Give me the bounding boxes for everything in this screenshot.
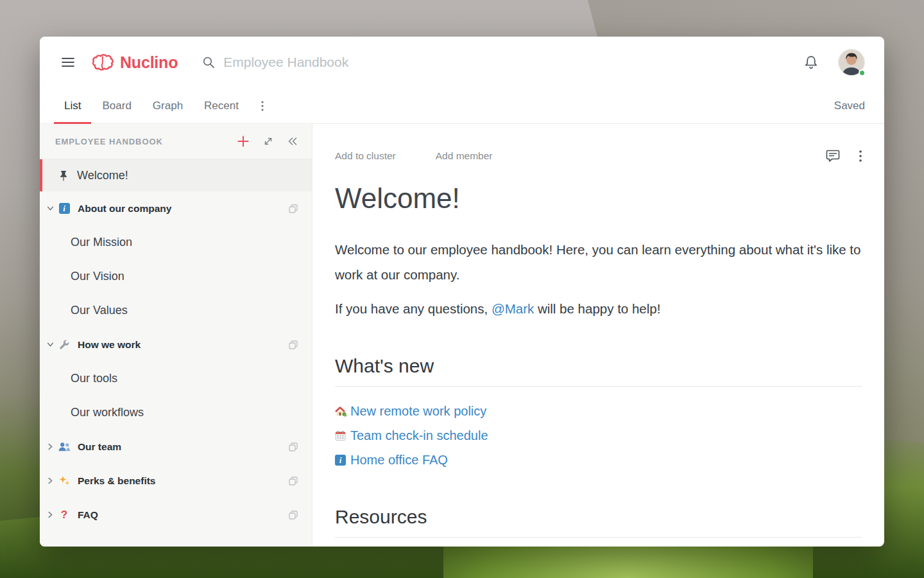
page-title: Welcome! [335,182,862,216]
page-actions [826,150,862,162]
mention-link[interactable]: @Mark [492,301,534,316]
duplicate-icon[interactable] [289,511,298,520]
calendar-icon [335,430,350,441]
tab-bar-spacer [264,88,834,123]
chevron-right-icon[interactable] [47,511,55,518]
sidebar-item-perks-benefits[interactable]: Perks & benefits [40,464,312,498]
sidebar-item-how-we-work[interactable]: How we work [40,328,312,362]
nuclino-logo[interactable]: Nuclino [91,53,178,72]
sidebar-item-our-vision[interactable]: Our Vision [40,259,312,293]
sidebar-item-label: Welcome! [77,169,128,182]
page-link-team-check-in-schedule[interactable]: Team check-in schedule [350,428,488,443]
wrench-icon [57,339,71,350]
team-icon [57,442,71,451]
content-link-row: New remote work policy [335,399,862,424]
content-link-row: iHome office FAQ [335,448,862,473]
comments-icon[interactable] [826,150,840,162]
page-link-new-remote-work-policy[interactable]: New remote work policy [350,404,486,419]
hamburger-menu-icon[interactable] [62,57,74,67]
add-member-button[interactable]: Add member [436,150,493,162]
view-tab-bar: ListBoardGraphRecent Saved [40,88,884,124]
sidebar-item-label: How we work [78,339,141,351]
chevron-down-icon[interactable] [47,341,55,348]
sidebar-item-our-workflows[interactable]: Our workflows [40,396,312,430]
tab-recent[interactable]: Recent [204,88,239,123]
house-icon [335,406,350,417]
top-bar: Nuclino [40,37,884,88]
pin-icon [56,170,71,181]
search-icon [202,56,215,69]
sidebar-item-about-our-company[interactable]: iAbout our company [40,191,312,225]
logo-wordmark: Nuclino [120,53,178,72]
paragraph-text: will be happy to help! [534,301,660,316]
tab-graph[interactable]: Graph [153,88,183,123]
chevron-right-icon[interactable] [47,477,55,484]
sidebar-item-label: Our tools [71,372,117,385]
sidebar-header: EMPLOYEE HANDBOOK [40,124,312,159]
sidebar-item-label: FAQ [78,509,98,521]
section-links: New remote work policyTeam check-in sche… [335,399,862,473]
sidebar-item-label: Our team [78,441,121,453]
sidebar-item-label: Perks & benefits [78,475,155,487]
question-icon: ? [57,509,71,520]
search-input[interactable] [223,55,493,70]
sidebar-item-label: About our company [78,203,171,215]
questions-paragraph: If you have any questions, @Mark will be… [335,297,862,322]
app-window: Nuclino ListBoardGraphRecent Saved EMPLO… [40,37,884,547]
tab-list[interactable]: List [64,88,81,123]
view-tabs: ListBoardGraphRecent [64,88,260,123]
expand-icon[interactable] [263,136,273,146]
section-heading-what-s-new: What's new [335,355,862,387]
chevron-down-icon[interactable] [47,205,55,212]
chevron-right-icon[interactable] [47,443,55,450]
intro-paragraph: Welcome to our employee handbook! Here, … [335,238,862,288]
info-icon: i [335,455,350,466]
duplicate-icon[interactable] [289,204,298,213]
user-avatar[interactable] [838,49,865,76]
save-status: Saved [834,88,865,123]
notifications-bell-icon[interactable] [805,55,817,69]
sidebar-page-list: Welcome!iAbout our companyOur MissionOur… [40,159,312,547]
duplicate-icon[interactable] [289,340,298,349]
tab-board[interactable]: Board [102,88,131,123]
page-link-home-office-faq[interactable]: Home office FAQ [350,453,448,468]
section-heading-resources: Resources [335,506,862,538]
duplicate-icon[interactable] [289,477,298,486]
paragraph-text: If you have any questions, [335,301,492,316]
sidebar-header-icons [237,136,298,147]
app-body: EMPLOYEE HANDBOOK Welcome!iAbout our com… [40,124,884,547]
page-more-icon[interactable] [859,150,862,162]
search-bar[interactable] [202,55,805,70]
add-to-cluster-button[interactable]: Add to cluster [335,150,396,162]
content-link-row: Team check-in schedule [335,424,862,448]
info-icon: i [57,203,71,214]
sidebar-item-label: Our Vision [71,270,124,283]
page-meta-bar: Add to cluster Add member [335,150,862,162]
duplicate-icon[interactable] [289,442,298,451]
brain-logo-icon [91,54,114,71]
sidebar-item-our-team[interactable]: Our team [40,430,312,464]
online-status-dot [859,69,866,76]
collapse-sidebar-icon[interactable] [287,137,298,146]
sidebar-item-welcome[interactable]: Welcome! [40,159,312,191]
sidebar-item-label: Our Values [71,304,128,317]
add-page-icon[interactable] [237,136,249,147]
content-sections: What's newNew remote work policyTeam che… [335,355,862,538]
page-content: Add to cluster Add member Welcome! Welco… [312,124,884,547]
sparkles-icon [57,475,71,486]
sidebar-item-label: Our Mission [71,236,132,249]
workspace-title: EMPLOYEE HANDBOOK [55,137,237,146]
sidebar-item-our-tools[interactable]: Our tools [40,362,312,396]
sidebar-item-our-values[interactable]: Our Values [40,293,312,328]
sidebar-item-label: Our workflows [71,406,144,419]
sidebar-item-our-mission[interactable]: Our Mission [40,225,312,259]
sidebar: EMPLOYEE HANDBOOK Welcome!iAbout our com… [40,124,312,547]
sidebar-item-faq[interactable]: ?FAQ [40,498,312,532]
